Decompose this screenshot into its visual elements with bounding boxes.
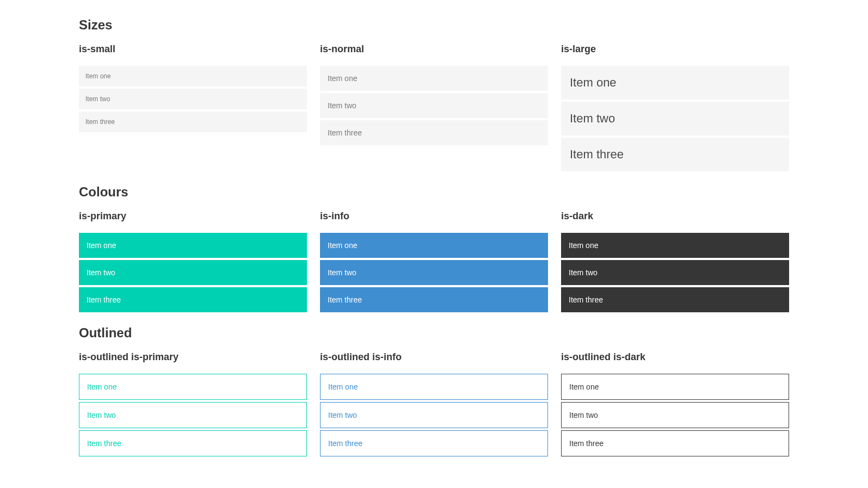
- column-outlined-primary: is-outlined is-primary Item one Item two…: [79, 351, 307, 456]
- variant-label-large: is-large: [561, 44, 789, 55]
- column-dark: is-dark Item one Item two Item three: [561, 211, 789, 312]
- list-item[interactable]: Item two: [561, 260, 789, 285]
- variant-label-normal: is-normal: [320, 44, 548, 55]
- variant-label-outlined-dark: is-outlined is-dark: [561, 351, 789, 363]
- list-item[interactable]: Item three: [79, 112, 307, 132]
- list-item[interactable]: Item one: [561, 233, 789, 258]
- outlined-columns: is-outlined is-primary Item one Item two…: [79, 351, 789, 456]
- list-item[interactable]: Item one: [79, 233, 307, 258]
- column-small: is-small Item one Item two Item three: [79, 44, 307, 171]
- list-item[interactable]: Item three: [561, 138, 789, 171]
- list-normal: Item one Item two Item three: [320, 66, 548, 145]
- list-item[interactable]: Item one: [561, 374, 789, 400]
- list-item[interactable]: Item three: [320, 120, 548, 145]
- list-item[interactable]: Item three: [320, 287, 548, 312]
- list-primary: Item one Item two Item three: [79, 233, 307, 312]
- variant-label-primary: is-primary: [79, 211, 307, 222]
- colours-columns: is-primary Item one Item two Item three …: [79, 211, 789, 312]
- list-item[interactable]: Item one: [79, 374, 307, 400]
- variant-label-outlined-info: is-outlined is-info: [320, 351, 548, 363]
- list-dark: Item one Item two Item three: [561, 233, 789, 312]
- variant-label-dark: is-dark: [561, 211, 789, 222]
- sizes-columns: is-small Item one Item two Item three is…: [79, 44, 789, 171]
- list-item[interactable]: Item two: [79, 402, 307, 428]
- list-item[interactable]: Item one: [320, 233, 548, 258]
- list-small: Item one Item two Item three: [79, 66, 307, 132]
- list-item[interactable]: Item three: [561, 430, 789, 456]
- list-item[interactable]: Item two: [79, 89, 307, 109]
- list-item[interactable]: Item two: [79, 260, 307, 285]
- list-outlined-info: Item one Item two Item three: [320, 374, 548, 456]
- list-item[interactable]: Item two: [561, 402, 789, 428]
- variant-label-small: is-small: [79, 44, 307, 55]
- list-outlined-primary: Item one Item two Item three: [79, 374, 307, 456]
- list-item[interactable]: Item two: [320, 260, 548, 285]
- column-large: is-large Item one Item two Item three: [561, 44, 789, 171]
- column-primary: is-primary Item one Item two Item three: [79, 211, 307, 312]
- variant-label-outlined-primary: is-outlined is-primary: [79, 351, 307, 363]
- list-item[interactable]: Item three: [320, 430, 548, 456]
- list-item[interactable]: Item three: [79, 287, 307, 312]
- section-title-colours: Colours: [79, 184, 789, 200]
- column-outlined-dark: is-outlined is-dark Item one Item two It…: [561, 351, 789, 456]
- variant-label-info: is-info: [320, 211, 548, 222]
- list-item[interactable]: Item one: [320, 374, 548, 400]
- list-item[interactable]: Item two: [320, 402, 548, 428]
- list-item[interactable]: Item three: [561, 287, 789, 312]
- list-info: Item one Item two Item three: [320, 233, 548, 312]
- column-info: is-info Item one Item two Item three: [320, 211, 548, 312]
- list-outlined-dark: Item one Item two Item three: [561, 374, 789, 456]
- list-large: Item one Item two Item three: [561, 66, 789, 171]
- list-item[interactable]: Item two: [320, 93, 548, 118]
- list-item[interactable]: Item one: [320, 66, 548, 91]
- section-title-outlined: Outlined: [79, 325, 789, 341]
- list-item[interactable]: Item three: [79, 430, 307, 456]
- section-title-sizes: Sizes: [79, 17, 789, 33]
- list-item[interactable]: Item one: [79, 66, 307, 87]
- list-item[interactable]: Item one: [561, 66, 789, 100]
- list-item[interactable]: Item two: [561, 102, 789, 135]
- column-normal: is-normal Item one Item two Item three: [320, 44, 548, 171]
- column-outlined-info: is-outlined is-info Item one Item two It…: [320, 351, 548, 456]
